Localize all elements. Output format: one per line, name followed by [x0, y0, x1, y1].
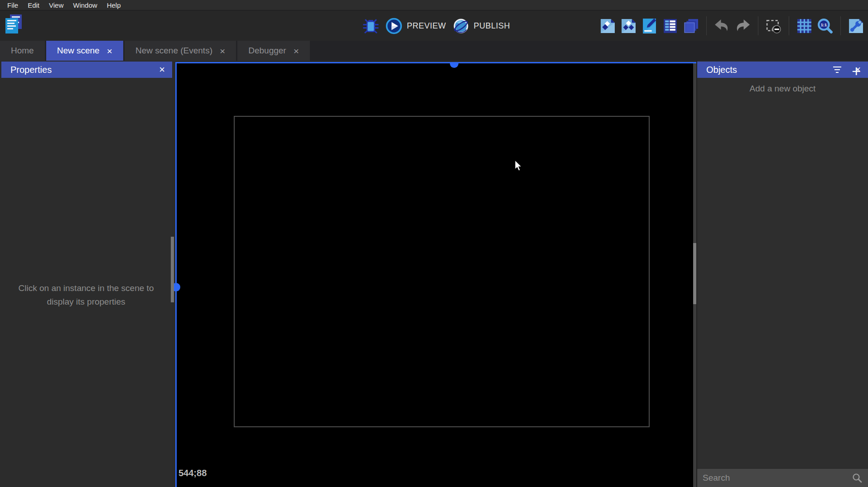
tab-new-scene[interactable]: New scene × [46, 41, 123, 61]
objects-panel-header: Objects × [697, 62, 868, 78]
objects-search-bar [697, 469, 868, 487]
tab-label: Home [11, 46, 34, 56]
publish-label: PUBLISH [474, 21, 511, 31]
open-objects-icon[interactable] [620, 18, 637, 34]
preview-play-icon [386, 18, 402, 34]
canvas-focus-border-left [175, 62, 177, 487]
search-input[interactable] [703, 473, 852, 483]
menu-file[interactable]: File [4, 1, 24, 9]
toggle-grid-icon[interactable] [796, 18, 813, 34]
add-new-object-button[interactable]: Add a new object [697, 78, 868, 100]
filter-icon[interactable] [832, 65, 842, 75]
left-scrollbar-thumb[interactable] [171, 237, 174, 302]
mouse-cursor [515, 160, 524, 173]
canvas-focus-border-top [175, 62, 696, 63]
zoom-original-icon[interactable]: 1:1 [817, 18, 834, 34]
menu-bar: File Edit View Window Help [0, 0, 868, 10]
menu-window[interactable]: Window [69, 1, 103, 9]
toolbar-separator [706, 16, 707, 35]
properties-empty-message: Click on an instance in the scene to dis… [14, 282, 159, 309]
toolbar-center-group: PREVIEW PUBLISH [362, 11, 510, 41]
redo-icon[interactable] [734, 18, 751, 34]
tab-close-icon[interactable]: × [220, 46, 225, 56]
close-icon[interactable]: × [159, 65, 165, 75]
plus-icon[interactable]: + [852, 62, 861, 80]
tab-label: Debugger [248, 46, 286, 56]
toolbar-separator [840, 16, 841, 35]
tab-new-scene-events[interactable]: New scene (Events) × [125, 41, 236, 61]
scene-window-frame [234, 116, 650, 427]
debug-icon[interactable] [362, 18, 379, 34]
setup-grid-icon[interactable] [848, 18, 864, 34]
objects-panel-title: Objects [706, 65, 737, 75]
project-manager-button[interactable] [4, 14, 25, 37]
gdevelop-window: File Edit View Window Help [0, 0, 868, 487]
objects-panel: Objects × Add a new object + [697, 61, 868, 487]
svg-text:1:1: 1:1 [821, 23, 827, 27]
editor-tab-bar: Home New scene × New scene (Events) × De… [0, 41, 868, 61]
tab-label: New scene [57, 46, 100, 56]
menu-help[interactable]: Help [103, 1, 127, 9]
main-toolbar: PREVIEW PUBLISH [0, 11, 868, 41]
publish-globe-icon [453, 18, 469, 34]
publish-button[interactable]: PUBLISH [453, 18, 511, 34]
open-properties-icon[interactable] [599, 18, 616, 34]
toolbar-separator [789, 16, 789, 35]
undo-icon[interactable] [714, 18, 730, 34]
right-scrollbar-thumb[interactable] [693, 243, 696, 304]
scene-editor-area: 544;88 [172, 61, 696, 487]
tab-close-icon[interactable]: × [294, 46, 299, 56]
preview-button[interactable]: PREVIEW [386, 18, 446, 34]
add-object-label: Add a new object [750, 84, 816, 94]
open-instances-list-icon[interactable] [662, 18, 679, 34]
menu-edit[interactable]: Edit [24, 1, 45, 9]
open-layers-icon[interactable] [683, 18, 699, 34]
properties-panel-header: Properties × [1, 62, 172, 78]
toolbar-separator [758, 16, 758, 35]
properties-panel: Properties × Click on an instance in the… [0, 61, 172, 487]
delete-selection-icon[interactable] [765, 18, 782, 34]
preview-label: PREVIEW [407, 21, 446, 31]
tab-home[interactable]: Home [0, 41, 45, 61]
tab-close-icon[interactable]: × [107, 46, 112, 56]
edit-scene-icon[interactable] [641, 18, 658, 34]
tab-label: New scene (Events) [135, 46, 212, 56]
tab-debugger[interactable]: Debugger × [237, 41, 310, 61]
search-icon [852, 473, 863, 483]
menu-view[interactable]: View [45, 1, 69, 9]
properties-panel-title: Properties [10, 65, 52, 75]
app-logo-icon [4, 14, 24, 35]
right-scrollbar-track[interactable] [693, 63, 696, 487]
toolbar-right-group: 1:1 [599, 11, 864, 41]
cursor-coordinates: 544;88 [178, 468, 207, 478]
